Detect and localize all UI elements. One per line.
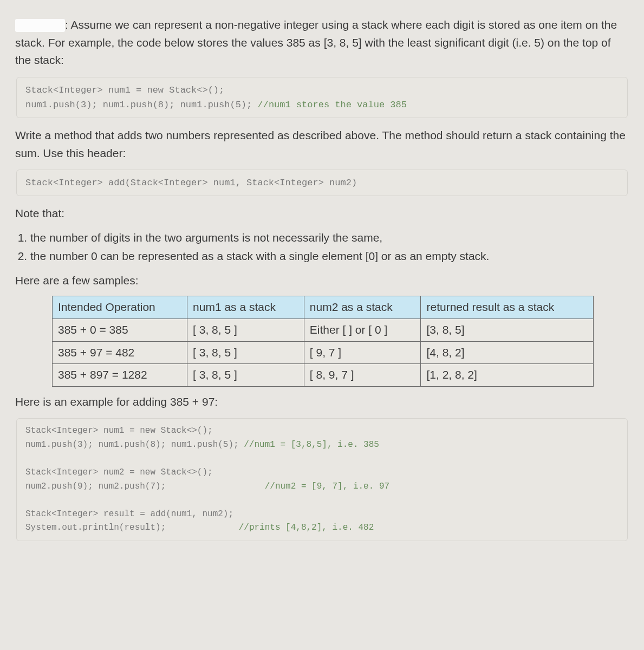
- samples-table: Intended Operation num1 as a stack num2 …: [52, 296, 594, 386]
- cell-num1: [ 3, 8, 5 ]: [187, 319, 304, 342]
- col-header-result: returned result as a stack: [421, 296, 594, 319]
- samples-label: Here are a few samples:: [15, 272, 629, 290]
- cell-result: [3, 8, 5]: [421, 319, 594, 342]
- table-row: 385 + 0 = 385 [ 3, 8, 5 ] Either [ ] or …: [53, 319, 594, 342]
- note-label: Note that:: [15, 205, 629, 223]
- code-block-2: Stack<Integer> add(Stack<Integer> num1, …: [16, 170, 628, 196]
- code1-comment: //num1 stores the value 385: [257, 100, 406, 110]
- intro-paragraph: : Assume we can represent a non-negative…: [15, 16, 629, 69]
- code3-l4: Stack<Integer> num2 = new Stack<>();: [25, 467, 213, 477]
- code3-l8a: System.out.println(result);: [25, 523, 239, 532]
- table-row: 385 + 97 = 482 [ 3, 8, 5 ] [ 9, 7 ] [4, …: [53, 341, 594, 364]
- code-block-1: Stack<Integer> num1 = new Stack<>(); num…: [16, 77, 628, 118]
- cell-op: 385 + 897 = 1282: [53, 364, 187, 387]
- cell-op: 385 + 97 = 482: [53, 341, 187, 364]
- code-block-3: Stack<Integer> num1 = new Stack<>(); num…: [16, 418, 628, 541]
- cell-num2: [ 9, 7 ]: [304, 341, 421, 364]
- note-item-2: the number 0 can be represented as a sta…: [30, 248, 629, 265]
- cell-result: [1, 2, 8, 2]: [421, 364, 594, 387]
- code2-line1: Stack<Integer> add(Stack<Integer> num1, …: [25, 178, 357, 188]
- col-header-num2: num2 as a stack: [304, 296, 421, 319]
- cell-op: 385 + 0 = 385: [53, 319, 187, 342]
- col-header-operation: Intended Operation: [53, 296, 187, 319]
- paragraph-2: Write a method that adds two numbers rep…: [15, 127, 629, 162]
- code3-l8-comment: //prints [4,8,2], i.e. 482: [239, 523, 374, 532]
- example-label: Here is an example for adding 385 + 97:: [15, 393, 629, 411]
- code3-l2a: num1.push(3); num1.push(8); num1.push(5)…: [25, 440, 244, 450]
- table-row: 385 + 897 = 1282 [ 3, 8, 5 ] [ 8, 9, 7 ]…: [53, 364, 594, 387]
- code3-l5a: num2.push(9); num2.push(7);: [25, 482, 265, 491]
- code1-line2a: num1.push(3); num1.push(8); num1.push(5)…: [25, 100, 257, 110]
- col-header-num1: num1 as a stack: [187, 296, 304, 319]
- cell-num2: Either [ ] or [ 0 ]: [304, 319, 421, 342]
- note-item-1: the number of digits in the two argument…: [30, 229, 629, 247]
- code3-l7: Stack<Integer> result = add(num1, num2);: [25, 509, 233, 519]
- code3-l1: Stack<Integer> num1 = new Stack<>();: [25, 426, 213, 435]
- cell-num1: [ 3, 8, 5 ]: [187, 364, 304, 387]
- code1-line1: Stack<Integer> num1 = new Stack<>();: [25, 85, 224, 95]
- code3-l5-comment: //num2 = [9, 7], i.e. 97: [265, 482, 389, 491]
- notes-list: the number of digits in the two argument…: [30, 229, 629, 265]
- cell-result: [4, 8, 2]: [421, 341, 594, 364]
- cell-num2: [ 8, 9, 7 ]: [304, 364, 421, 387]
- table-header-row: Intended Operation num1 as a stack num2 …: [53, 296, 594, 319]
- redacted-label: [15, 19, 65, 32]
- intro-text: : Assume we can represent a non-negative…: [15, 18, 617, 66]
- code3-l2-comment: //num1 = [3,8,5], i.e. 385: [244, 440, 379, 450]
- cell-num1: [ 3, 8, 5 ]: [187, 341, 304, 364]
